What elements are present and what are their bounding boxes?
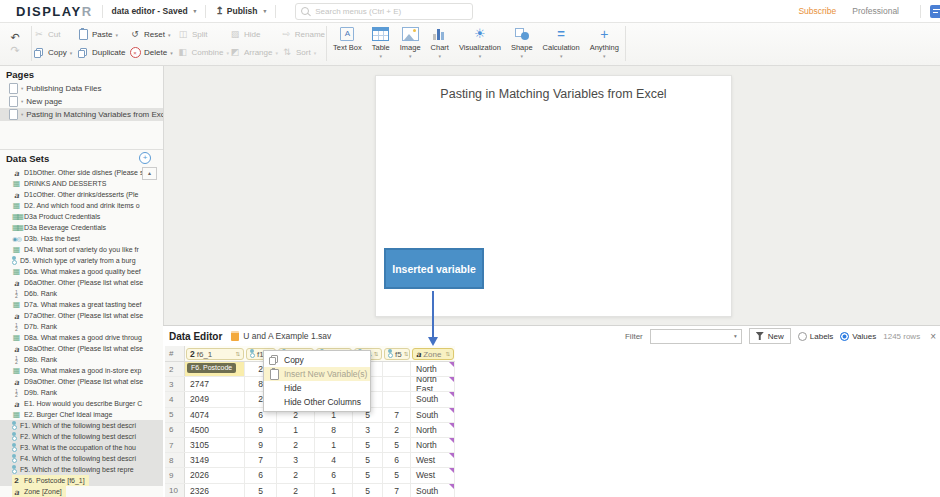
- cell-f2[interactable]: 1: [277, 423, 315, 437]
- context-menu-item-copy[interactable]: Copy: [264, 353, 370, 367]
- cell-f4[interactable]: 5: [353, 453, 383, 467]
- context-menu-item-insert-new-variable-s[interactable]: Insert New Variable(s): [264, 367, 370, 381]
- dataset-item[interactable]: ▦D6a. What makes a good quality beef: [0, 266, 163, 277]
- column-header-zone[interactable]: aZone⇅: [411, 346, 455, 361]
- dataset-item[interactable]: F4. Which of the following best descri: [0, 453, 163, 464]
- cell-f2[interactable]: 3: [277, 453, 315, 467]
- insert-anything-button[interactable]: +Anything▾: [590, 26, 619, 58]
- cell-f4[interactable]: 5: [353, 484, 383, 497]
- cell-f5[interactable]: 7: [383, 408, 411, 422]
- dataset-item[interactable]: ▦D4. What sort of variety do you like fr: [0, 244, 163, 255]
- insert-text-box-button[interactable]: AText Box: [333, 26, 362, 58]
- new-filter-button[interactable]: New: [749, 328, 791, 344]
- insert-visualization-button[interactable]: ☀Visualization▾: [459, 26, 501, 58]
- dataset-item[interactable]: aZone [Zone]: [0, 486, 163, 497]
- cell-f4[interactable]: 3: [353, 423, 383, 437]
- cell-f4[interactable]: 5: [353, 468, 383, 482]
- search-box[interactable]: [295, 3, 473, 20]
- publish-button[interactable]: ↥Publish: [215, 6, 266, 16]
- dataset-item[interactable]: ▦▦D3a Product Credentials: [0, 211, 163, 222]
- cell-f6_1[interactable]: 2326: [185, 484, 245, 497]
- paste-button[interactable]: Paste▾: [77, 29, 129, 40]
- sidebar-page-item[interactable]: ▾Publishing Data Files: [0, 82, 163, 95]
- dataset-item[interactable]: aE1. How would you describe Burger C: [0, 398, 163, 409]
- add-dataset-icon[interactable]: +: [139, 152, 151, 164]
- cell-f5[interactable]: 5: [383, 468, 411, 482]
- displayr-logo[interactable]: DISPLAYR: [16, 4, 93, 19]
- reset-button[interactable]: ↺Reset▾: [129, 30, 177, 39]
- labels-radio-circle[interactable]: [798, 332, 807, 341]
- subscribe-link[interactable]: Subscribe: [798, 6, 836, 16]
- plan-label[interactable]: Professional: [852, 6, 899, 16]
- dataset-item[interactable]: ▦D2. And which food and drink items o: [0, 200, 163, 211]
- split-button[interactable]: ◫Split: [177, 30, 229, 39]
- sort-icon[interactable]: ⇅: [374, 351, 379, 357]
- delete-button[interactable]: ×Delete▾: [129, 47, 177, 58]
- sort-button[interactable]: ⇅Sort▾: [281, 48, 325, 57]
- cell-f2[interactable]: 2: [277, 468, 315, 482]
- cell-f6_1[interactable]: 4074: [185, 408, 245, 422]
- combine-button[interactable]: ◧Combine▾: [177, 48, 229, 57]
- cell-zone[interactable]: West: [411, 453, 455, 467]
- cell-zone[interactable]: North East: [411, 377, 455, 391]
- cell-f6_1[interactable]: 3149: [185, 453, 245, 467]
- dataset-item[interactable]: aD1bOther. Other side dishes (Please s: [0, 167, 163, 178]
- insert-table-button[interactable]: Table▾: [372, 26, 390, 58]
- dataset-item[interactable]: ▦E2. Burger Chef Ideal image: [0, 409, 163, 420]
- cell-f2[interactable]: 2: [277, 438, 315, 452]
- cell-zone[interactable]: North: [411, 423, 455, 437]
- rename-button[interactable]: ⇨Rename: [281, 30, 325, 39]
- dataset-item[interactable]: 12D7b. Rank: [0, 321, 163, 332]
- copy-button[interactable]: Copy▾: [33, 48, 77, 58]
- sidebar-page-item[interactable]: ▾New page: [0, 95, 163, 108]
- redo-icon[interactable]: ↷: [10, 45, 19, 56]
- cell-f3[interactable]: 4: [315, 453, 353, 467]
- dataset-item[interactable]: 12D9b. Rank: [0, 387, 163, 398]
- dataset-item[interactable]: aD8aOther. Other (Please list what else: [0, 343, 163, 354]
- dataset-item[interactable]: 12D8b. Rank: [0, 354, 163, 365]
- dataset-item[interactable]: aD6aOther. Other (Please list what else: [0, 277, 163, 288]
- cell-f3[interactable]: 8: [315, 423, 353, 437]
- cell-f3[interactable]: 1: [315, 484, 353, 497]
- inserted-variable-callout[interactable]: Inserted variable: [384, 248, 484, 289]
- cell-f5[interactable]: 7: [383, 484, 411, 497]
- filter-dropdown[interactable]: [650, 329, 742, 344]
- dataset-item[interactable]: aD1cOther. Other drinks/desserts (Ple: [0, 189, 163, 200]
- dataset-item[interactable]: ◉◎D3b. Has the best: [0, 233, 163, 244]
- cell-f1[interactable]: 5: [245, 484, 277, 497]
- cell-f4[interactable]: 5: [353, 438, 383, 452]
- cell-f1[interactable]: 6: [245, 468, 277, 482]
- insert-calculation-button[interactable]: =Calculation▾: [543, 26, 580, 58]
- dataset-item[interactable]: F2. Which of the following best descri: [0, 431, 163, 442]
- cell-f6_1[interactable]: 3105: [185, 438, 245, 452]
- dataset-item[interactable]: D5. Which type of variety from a burg: [0, 255, 163, 266]
- column-header-f5[interactable]: f5⇅: [383, 346, 411, 361]
- cell-zone[interactable]: West: [411, 468, 455, 482]
- sort-icon[interactable]: ⇅: [404, 351, 409, 357]
- undo-icon[interactable]: ↶: [10, 32, 19, 43]
- dataset-item[interactable]: 12D6b. Rank: [0, 288, 163, 299]
- values-radio-circle[interactable]: [840, 332, 849, 341]
- document-title-menu[interactable]: data editor - Saved: [112, 6, 197, 16]
- context-menu-item-hide-other-columns[interactable]: Hide Other Columns: [264, 395, 370, 409]
- cell-f5[interactable]: [383, 392, 411, 406]
- dataset-item[interactable]: aD7aOther. Other (Please list what else: [0, 310, 163, 321]
- cell-f3[interactable]: 6: [315, 468, 353, 482]
- insert-chart-button[interactable]: Chart▾: [431, 26, 449, 58]
- cell-zone[interactable]: South: [411, 484, 455, 497]
- insert-shape-button[interactable]: Shape▾: [511, 26, 533, 58]
- hide-button[interactable]: ▨Hide: [229, 30, 281, 39]
- cut-button[interactable]: ✂Cut: [33, 30, 77, 39]
- context-menu-item-hide[interactable]: Hide: [264, 381, 370, 395]
- duplicate-button[interactable]: Duplicate: [77, 48, 129, 58]
- cell-f6_1[interactable]: 2747: [185, 377, 245, 391]
- insert-image-button[interactable]: Image▾: [400, 26, 421, 58]
- account-icon[interactable]: [930, 5, 940, 18]
- column-header-f6_1[interactable]: 2f6_1⇅: [185, 346, 245, 361]
- cell-zone[interactable]: North: [411, 362, 455, 376]
- cell-f1[interactable]: 9: [245, 423, 277, 437]
- cell-f5[interactable]: [383, 377, 411, 391]
- cell-f5[interactable]: 2: [383, 423, 411, 437]
- cell-f2[interactable]: 2: [277, 484, 315, 497]
- cell-f1[interactable]: 7: [245, 453, 277, 467]
